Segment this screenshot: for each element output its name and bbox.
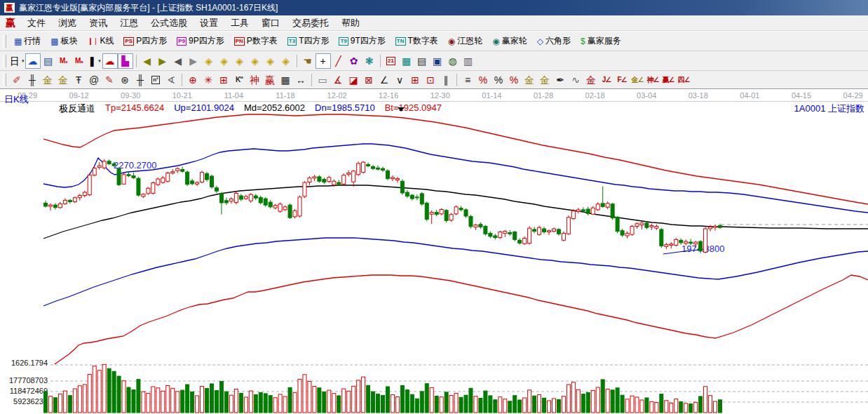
tool-si-angle[interactable]: 四∠ [676, 72, 691, 88]
menu-item-7[interactable]: 窗口 [255, 17, 286, 29]
tool-gann-tool[interactable]: ✿ [346, 53, 362, 69]
tool-calculator[interactable]: ▦ [399, 53, 414, 69]
tool-diamond-star[interactable]: ◈ [263, 53, 278, 69]
tool-gann-fan[interactable]: ∡ [330, 72, 346, 88]
tool-export[interactable]: ◍ [445, 53, 461, 69]
tool-diamond-h[interactable]: ◈ [232, 53, 247, 69]
toolbar-grip[interactable] [3, 55, 6, 67]
tool-j-angle[interactable]: J∠ [599, 72, 614, 88]
tool-spiral[interactable]: @ [86, 72, 102, 88]
tool-measure[interactable]: ↔ [293, 72, 308, 88]
tool-ying-angle[interactable]: 赢∠ [660, 72, 676, 88]
tool-candle-style[interactable]: 日▾ [9, 53, 25, 69]
tool-calendar[interactable]: 21 [384, 53, 399, 69]
tool-web-box-2[interactable]: ⊠ [361, 72, 377, 88]
tool-diamond-move[interactable]: ◈ [278, 53, 294, 69]
menu-item-1[interactable]: 浏览 [52, 17, 83, 29]
tool-gold-box[interactable]: 金 [583, 72, 599, 88]
tool-price-grid[interactable]: ⊞ [407, 72, 423, 88]
tool-compress-blue[interactable]: ☁ [25, 53, 41, 69]
tool-compress-red[interactable]: ☁ [102, 53, 118, 69]
toolbar-button-winner-wheel[interactable]: ◉赢家轮 [487, 34, 531, 49]
toolbar-button-sectors[interactable]: ▩板块 [46, 34, 82, 49]
tool-diamond-left[interactable]: ◈ [201, 53, 217, 69]
tool-notes[interactable]: ▤ [414, 53, 430, 69]
tool-gold-grid-1[interactable]: 金 [40, 72, 55, 88]
tool-percent[interactable]: % [491, 72, 506, 88]
tool-angle-line[interactable]: ╱ [331, 53, 346, 69]
tool-gold-circle[interactable]: 金 [522, 72, 537, 88]
tool-info-panel[interactable]: ▤ [41, 53, 56, 69]
menu-item-5[interactable]: 设置 [194, 17, 224, 29]
tool-wave-tool[interactable]: ❃ [362, 53, 377, 69]
tool-k-mark[interactable]: Kʺ [231, 72, 247, 88]
tool-f-grid[interactable]: Ŧ [71, 72, 86, 88]
toolbar-grip[interactable] [3, 74, 6, 86]
tool-angle-percent[interactable]: % [475, 72, 491, 88]
tool-fan-box[interactable]: ◪ [346, 72, 361, 88]
toolbar-button-9t-square[interactable]: T99T四方形 [334, 34, 390, 49]
tool-last-page[interactable]: ▶ [155, 53, 170, 69]
menu-item-2[interactable]: 资讯 [83, 17, 114, 29]
tool-volume-profile[interactable]: ▙ [118, 53, 133, 69]
tool-candle-type[interactable]: ❚▾ [87, 53, 102, 69]
menu-item-6[interactable]: 工具 [224, 17, 255, 29]
toolbar-button-p-table[interactable]: PNP数字表 [229, 34, 283, 49]
tool-parallel-lines[interactable]: ∥ [438, 72, 454, 88]
chart-panel[interactable]: 08-2909-1209-3010-2111-0411-1812-0212-16… [0, 89, 868, 414]
toolbar-button-p-square[interactable]: PSP四方形 [118, 34, 172, 49]
tool-next-page[interactable]: ▶ [186, 53, 201, 69]
tool-rect-tool[interactable]: ▭ [315, 72, 330, 88]
tool-first-page[interactable]: ◀ [140, 53, 155, 69]
toolbar-button-quotes[interactable]: ▦行情 [9, 34, 46, 49]
tool-angle-ruler[interactable]: ∢ [163, 72, 179, 88]
tool-gold-line[interactable]: 金 [537, 72, 552, 88]
tool-wave-v[interactable]: ∨ [392, 72, 407, 88]
tool-gold-grid-2[interactable]: 金 [55, 72, 71, 88]
toolbar-button-t-square[interactable]: T3T四方形 [283, 34, 334, 49]
tool-chart-3[interactable]: M₃ [56, 53, 72, 69]
menu-item-9[interactable]: 帮助 [335, 17, 366, 29]
tool-ruler-123[interactable]: ▦ [278, 72, 293, 88]
tool-pen-grid[interactable]: ✎ [102, 72, 117, 88]
tool-draw-pen[interactable]: ✐ [9, 72, 25, 88]
tool-ying-grid[interactable]: 赢 [262, 72, 278, 88]
tool-web-box[interactable]: ⊞ [216, 72, 231, 88]
tool-f-angle[interactable]: F∠ [614, 72, 630, 88]
tool-bar-compare[interactable]: ≡ [460, 72, 475, 88]
menu-item-8[interactable]: 交易委托 [286, 17, 335, 29]
tool-shen-grid[interactable]: 神 [247, 72, 262, 88]
tool-grid-lines[interactable]: ╫ [25, 72, 40, 88]
tool-gold-angle[interactable]: 金∠ [630, 72, 645, 88]
tool-upload[interactable]: ▥ [461, 53, 476, 69]
tool-spider-web[interactable]: ✳ [201, 72, 216, 88]
tool-circle-cross[interactable]: ⊕ [185, 72, 201, 88]
toolbar-button-winner-service[interactable]: $赢家服务 [576, 34, 626, 49]
tool-wave-a[interactable]: ∿ [568, 72, 583, 88]
tool-price-grid-arrow[interactable]: ⊡ [423, 72, 438, 88]
tool-gann-circle[interactable]: ⊛ [117, 72, 133, 88]
tool-percent-line[interactable]: % [506, 72, 522, 88]
tool-angle-lines[interactable]: ∠ [377, 72, 392, 88]
tool-prev-page[interactable]: ◀ [170, 53, 186, 69]
tool-shen-angle[interactable]: 神∠ [645, 72, 660, 88]
tool-hand-tool[interactable]: ☚ [300, 53, 316, 69]
tool-chart-9[interactable]: M₉ [72, 53, 87, 69]
toolbar-button-t-table[interactable]: TNT数字表 [391, 34, 443, 49]
toolbar-button-9p-square[interactable]: P99P四方形 [172, 34, 229, 49]
tool-save[interactable]: ▣ [430, 53, 445, 69]
tool-diamond-right[interactable]: ◈ [217, 53, 232, 69]
toolbar-grip[interactable] [3, 35, 6, 48]
toolbar-button-gann-wheel[interactable]: ◉江恩轮 [443, 34, 487, 49]
menu-item-0[interactable]: 文件 [21, 17, 52, 29]
menu-item-4[interactable]: 公式选股 [144, 17, 194, 29]
tool-n2-grid[interactable]: n² [148, 72, 163, 88]
menu-item-3[interactable]: 江恩 [114, 17, 144, 29]
candlestick-chart[interactable] [0, 89, 868, 414]
tool-diamond-x[interactable]: ◈ [247, 53, 263, 69]
tool-hash-lines[interactable]: ╫ [133, 72, 148, 88]
toolbar-button-kline[interactable]: ❙❘K线 [83, 34, 119, 49]
toolbar-button-hexagon[interactable]: ◇六角形 [532, 34, 576, 49]
tool-crosshair[interactable]: + [316, 53, 331, 69]
tool-ink-pen[interactable]: ✒ [552, 72, 568, 88]
